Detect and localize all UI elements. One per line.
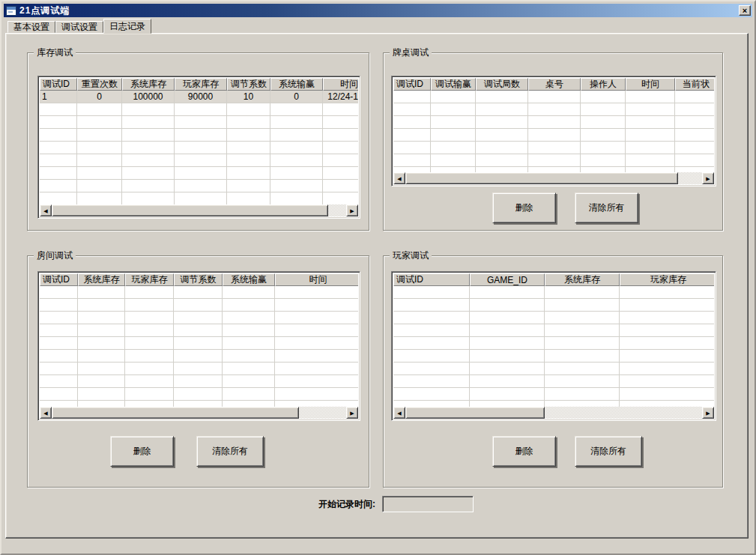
column-header[interactable]: 操作人 <box>581 78 626 91</box>
horizontal-scrollbar[interactable]: ◀▶ <box>393 407 714 419</box>
cell <box>675 103 714 116</box>
cell <box>174 375 223 388</box>
table-row <box>40 154 358 167</box>
horizontal-scrollbar[interactable]: ◀▶ <box>40 407 358 419</box>
cell <box>393 312 470 324</box>
cell <box>227 192 270 204</box>
tab-basic-settings[interactable]: 基本设置 <box>7 21 55 33</box>
cell: 1 <box>40 91 77 103</box>
cell <box>175 116 227 129</box>
cell <box>581 167 626 172</box>
cell <box>125 388 174 401</box>
cell <box>393 375 470 388</box>
cell <box>77 192 122 204</box>
column-header[interactable]: 系统输赢 <box>223 273 275 286</box>
clear-all-button[interactable]: 清除所有 <box>196 436 264 467</box>
column-header[interactable]: 当前状 <box>675 78 714 91</box>
cell <box>581 103 626 116</box>
cell <box>40 388 78 401</box>
delete-button[interactable]: 删除 <box>492 192 556 223</box>
column-header[interactable]: 系统库存 <box>78 273 125 286</box>
scrollbar-track[interactable] <box>52 204 346 216</box>
column-header[interactable]: 调试ID <box>393 273 470 286</box>
scrollbar-track[interactable] <box>405 407 702 419</box>
column-header[interactable]: 时间 <box>275 273 358 286</box>
scroll-right-arrow-icon[interactable]: ▶ <box>702 407 714 419</box>
column-header[interactable]: 重置次数 <box>77 78 122 91</box>
column-header[interactable]: 玩家库存 <box>175 78 227 91</box>
tab-log-records[interactable]: 日志记录 <box>103 19 151 34</box>
cell <box>581 129 626 142</box>
cell <box>545 375 620 388</box>
column-header[interactable]: 桌号 <box>528 78 581 91</box>
cell <box>223 286 275 299</box>
column-header[interactable]: 调试输赢 <box>431 78 476 91</box>
cell <box>393 401 470 407</box>
cell <box>40 363 78 375</box>
window-title: 21点调试端 <box>19 4 70 17</box>
cell <box>223 337 275 350</box>
cell <box>581 116 626 129</box>
scroll-right-arrow-icon[interactable]: ▶ <box>702 172 714 184</box>
clear-all-button[interactable]: 清除所有 <box>575 436 642 467</box>
table-row <box>40 337 358 350</box>
table-row <box>40 129 358 142</box>
scroll-left-arrow-icon[interactable]: ◀ <box>40 407 52 419</box>
column-header[interactable]: 调试ID <box>393 78 431 91</box>
cell <box>78 363 125 375</box>
scrollbar-track[interactable] <box>52 407 346 419</box>
cell <box>270 154 323 167</box>
cell <box>545 388 620 401</box>
column-header[interactable]: 调节系数 <box>174 273 223 286</box>
table-header-row: 调试ID调试输赢调试局数桌号操作人时间当前状 <box>393 78 714 91</box>
cell <box>125 363 174 375</box>
scrollbar-track[interactable] <box>405 172 702 184</box>
table-row <box>393 299 714 312</box>
app-window: 21点调试端 × 基本设置 调试设置 日志记录 库存调试 调试ID重置次数系统库… <box>0 0 756 555</box>
scroll-left-arrow-icon[interactable]: ◀ <box>393 172 405 184</box>
cell <box>470 388 545 401</box>
cell <box>581 154 626 167</box>
cell <box>125 324 174 337</box>
scrollbar-thumb[interactable] <box>52 204 328 216</box>
table-row[interactable]: 101000009000010012/24-1 <box>40 91 358 103</box>
scrollbar-thumb[interactable] <box>405 407 545 419</box>
horizontal-scrollbar[interactable]: ◀▶ <box>393 172 714 184</box>
column-header[interactable]: 系统输赢 <box>270 78 323 91</box>
scrollbar-thumb[interactable] <box>405 172 678 184</box>
cell <box>78 286 125 299</box>
clear-all-button[interactable]: 清除所有 <box>575 192 638 223</box>
cell <box>431 116 476 129</box>
cell <box>393 116 431 129</box>
scroll-right-arrow-icon[interactable]: ▶ <box>346 407 358 419</box>
column-header[interactable]: 调试ID <box>40 273 78 286</box>
column-header[interactable]: 调试局数 <box>476 78 528 91</box>
delete-button[interactable]: 删除 <box>110 436 174 467</box>
table-header-row: 调试ID重置次数系统库存玩家库存调节系数系统输赢时间 <box>40 78 358 91</box>
scroll-right-arrow-icon[interactable]: ▶ <box>346 204 358 216</box>
scroll-left-arrow-icon[interactable]: ◀ <box>393 407 405 419</box>
cell <box>275 286 358 299</box>
scroll-left-arrow-icon[interactable]: ◀ <box>40 204 52 216</box>
start-time-input[interactable] <box>382 496 474 512</box>
horizontal-scrollbar[interactable]: ◀▶ <box>40 204 358 216</box>
cell <box>393 142 431 154</box>
column-header[interactable]: GAME_ID <box>470 273 545 286</box>
column-header[interactable]: 系统库存 <box>122 78 175 91</box>
column-header[interactable]: 玩家库存 <box>125 273 174 286</box>
cell: 12/24-1 <box>323 91 358 103</box>
cell <box>393 388 470 401</box>
cell <box>175 192 227 204</box>
column-header[interactable]: 时间 <box>323 78 358 91</box>
column-header[interactable]: 调节系数 <box>227 78 270 91</box>
delete-button[interactable]: 删除 <box>492 436 556 467</box>
column-header[interactable]: 时间 <box>626 78 675 91</box>
column-header[interactable]: 调试ID <box>40 78 77 91</box>
cell <box>223 388 275 401</box>
cell <box>470 324 545 337</box>
scrollbar-thumb[interactable] <box>52 407 299 419</box>
column-header[interactable]: 系统库存 <box>545 273 620 286</box>
tab-debug-settings[interactable]: 调试设置 <box>55 21 103 33</box>
close-icon[interactable]: × <box>739 5 751 16</box>
column-header[interactable]: 玩家库存 <box>620 273 714 286</box>
